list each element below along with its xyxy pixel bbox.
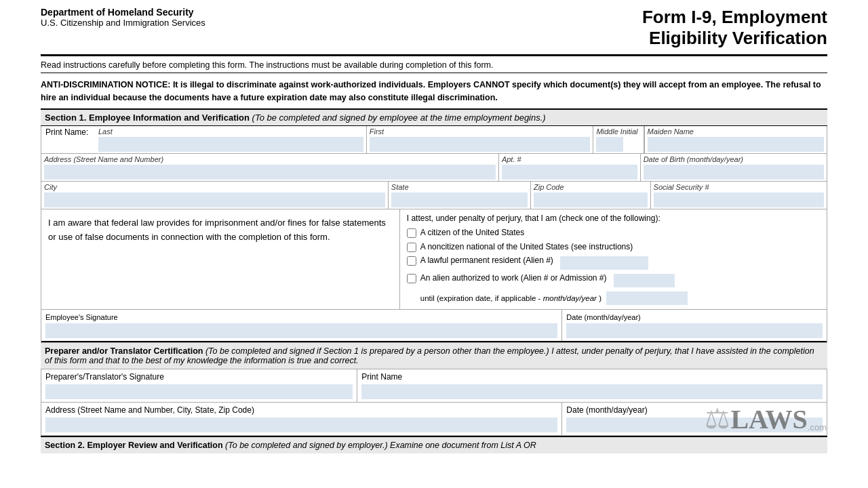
employee-sig-label: Employee's Signature xyxy=(45,313,118,321)
city-input[interactable] xyxy=(44,192,385,207)
permanent-resident-label: A lawful permanent resident (Alien #) xyxy=(420,255,553,266)
address-input[interactable] xyxy=(44,165,496,180)
ssn-input[interactable] xyxy=(654,192,824,207)
section1-form-body: Print Name: Last First Middle Initial Ma… xyxy=(41,126,827,344)
alien-admission-input[interactable] xyxy=(614,274,675,287)
checkbox-alien-authorized: An alien authorized to work (Alien # or … xyxy=(407,272,820,287)
laws-logo-text: LAWS xyxy=(730,403,807,435)
apt-label: Apt. # xyxy=(502,155,637,163)
employee-date-label: Date (month/day/year) xyxy=(566,313,640,321)
citizen-label: A citizen of the United States xyxy=(420,227,524,239)
preparer-name-group: Print Name xyxy=(357,369,827,402)
preparer-address-row: Address (Street Name and Number, City, S… xyxy=(41,403,827,435)
header-left: Department of Homeland Security U.S. Cit… xyxy=(41,7,205,28)
checkbox-permanent-resident-input[interactable] xyxy=(407,256,416,266)
preparer-sig-label: Preparer's/Translator's Signature xyxy=(45,372,353,382)
form-title: Form I-9, Employment Eligibility Verific… xyxy=(642,7,827,49)
last-name-input[interactable] xyxy=(98,137,363,152)
maiden-name-group: Maiden Name xyxy=(644,126,827,153)
preparer-address-input[interactable] xyxy=(45,418,557,432)
laws-watermark: ⚖ LAWS .com xyxy=(705,402,827,435)
city-group: City xyxy=(41,182,388,209)
anti-discrimination-notice: ANTI-DISCRIMINATION NOTICE: It is illega… xyxy=(41,73,827,110)
read-instructions: Read instructions carefully before compl… xyxy=(41,56,827,73)
employee-sig-input[interactable] xyxy=(45,323,557,338)
state-group: State xyxy=(388,182,530,209)
ssn-group: Social Security # xyxy=(650,182,827,209)
dob-input[interactable] xyxy=(644,165,824,180)
mi-label: Middle Initial xyxy=(596,127,640,136)
preparer-address-group: Address (Street Name and Number, City, S… xyxy=(41,403,562,435)
preparer-body: Preparer's/Translator's Signature Print … xyxy=(41,369,827,436)
employee-date-input[interactable] xyxy=(566,323,823,338)
preparer-name-input[interactable] xyxy=(361,384,823,399)
street-group: Address (Street Name and Number) xyxy=(41,154,498,181)
mi-group: Middle Initial xyxy=(593,126,644,153)
city-label: City xyxy=(44,183,385,191)
zip-label: Zip Code xyxy=(534,183,648,191)
section2-header: Section 2. Employer Review and Verificat… xyxy=(41,436,827,453)
maiden-name-input[interactable] xyxy=(648,137,825,152)
signature-row: Employee's Signature Date (month/day/yea… xyxy=(41,310,827,342)
checkbox-citizen-input[interactable] xyxy=(407,228,416,238)
dob-label: Date of Birth (month/day/year) xyxy=(644,155,824,163)
laws-domain: .com xyxy=(808,422,827,435)
attest-title: I attest, under penalty of perjury, that… xyxy=(407,214,820,223)
name-fields: Last First Middle Initial Maiden Name xyxy=(96,126,827,153)
preparer-sig-group: Preparer's/Translator's Signature xyxy=(41,369,357,402)
first-name-label: First xyxy=(370,127,591,136)
checkbox-alien-authorized-input[interactable] xyxy=(407,274,416,283)
dob-group: Date of Birth (month/day/year) xyxy=(640,154,827,181)
last-name-label: Last xyxy=(98,127,363,136)
maiden-name-label: Maiden Name xyxy=(648,127,825,136)
state-label: State xyxy=(391,183,528,191)
preparer-sig-input[interactable] xyxy=(45,384,353,399)
dept-name: Department of Homeland Security xyxy=(41,7,205,18)
alien-authorized-label: An alien authorized to work (Alien # or … xyxy=(420,272,607,284)
attestation-panel: I attest, under penalty of perjury, that… xyxy=(400,209,827,310)
address-row: Address (Street Name and Number) Apt. # … xyxy=(41,154,827,182)
checkbox-noncitizen: A noncitizen national of the United Stat… xyxy=(407,241,820,253)
expiration-date-input[interactable] xyxy=(606,291,688,305)
apt-input[interactable] xyxy=(502,165,637,180)
preparer-header: Preparer and/or Translator Certification… xyxy=(41,343,827,369)
ssn-label: Social Security # xyxy=(654,183,824,191)
state-input[interactable] xyxy=(391,192,528,207)
city-state-zip-row: City State Zip Code Social Security # xyxy=(41,182,827,209)
print-name-label: Print Name: xyxy=(41,126,96,153)
checkbox-noncitizen-input[interactable] xyxy=(407,243,416,252)
first-name-input[interactable] xyxy=(370,137,591,152)
alien-number-input[interactable] xyxy=(560,256,648,270)
noncitizen-label: A noncitizen national of the United Stat… xyxy=(420,241,633,253)
section1-header: Section 1. Employee Information and Veri… xyxy=(41,110,827,126)
checkbox-permanent-resident: A lawful permanent resident (Alien #) xyxy=(407,255,820,270)
apt-group: Apt. # xyxy=(498,154,640,181)
name-row: Print Name: Last First Middle Initial Ma… xyxy=(41,126,827,154)
header-right: Form I-9, Employment Eligibility Verific… xyxy=(642,7,827,49)
last-name-group: Last xyxy=(96,126,366,153)
awareness-attest-row: I am aware that federal law provides for… xyxy=(41,209,827,310)
checkbox-citizen: A citizen of the United States xyxy=(407,227,820,239)
preparer-name-label: Print Name xyxy=(361,372,823,382)
address-label: Address (Street Name and Number) xyxy=(44,155,496,163)
zip-group: Zip Code xyxy=(530,182,650,209)
preparer-address-label: Address (Street Name and Number, City, S… xyxy=(45,405,557,415)
justice-icon: ⚖ xyxy=(705,402,730,435)
employee-sig-field: Employee's Signature xyxy=(41,310,562,341)
preparer-sig-row: Preparer's/Translator's Signature Print … xyxy=(41,369,827,403)
zip-input[interactable] xyxy=(534,192,648,207)
awareness-text-block: I am aware that federal law provides for… xyxy=(41,209,400,310)
expiration-row: until (expiration date, if applicable - … xyxy=(407,290,820,305)
mi-input[interactable] xyxy=(596,137,623,152)
first-name-group: First xyxy=(366,126,593,153)
agency-name: U.S. Citizenship and Immigration Service… xyxy=(41,18,205,28)
employee-date-field: Date (month/day/year) xyxy=(562,310,827,341)
preparer-date-group: Date (month/day/year) ⚖ LAWS .com xyxy=(562,403,827,435)
